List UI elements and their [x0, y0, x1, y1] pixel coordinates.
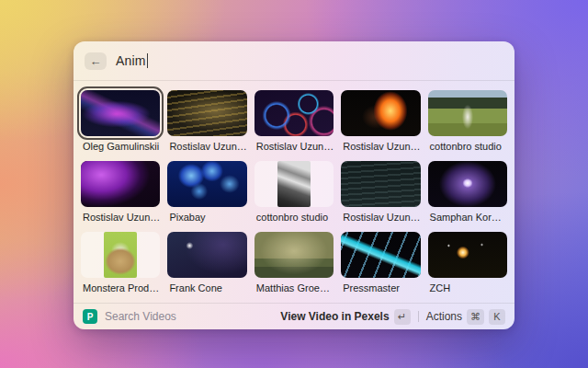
video-result[interactable]: ZCH: [428, 232, 507, 295]
video-author: Rostislav Uzunov: [167, 141, 246, 152]
video-thumbnail: [428, 232, 507, 278]
search-bar: ← Anim: [74, 41, 514, 81]
video-thumbnail: [81, 90, 160, 136]
primary-action-button[interactable]: View Video in Pexels ↵: [280, 309, 410, 325]
video-thumbnail-card: [167, 232, 246, 278]
video-author: Rostislav Uzunov: [254, 141, 334, 152]
video-thumbnail: [167, 161, 246, 207]
back-button[interactable]: ←: [85, 52, 107, 70]
video-thumbnail-card: [428, 90, 507, 136]
video-author: Oleg Gamulinskii: [81, 141, 160, 152]
command-title: Search Videos: [105, 310, 176, 323]
video-thumbnail-card: [341, 232, 420, 278]
video-result[interactable]: Oleg Gamulinskii: [81, 90, 160, 154]
search-query: Anim: [116, 53, 146, 68]
back-arrow-icon: ←: [90, 54, 102, 68]
video-result[interactable]: Samphan Korwong: [428, 161, 507, 224]
video-thumbnail-card: [81, 232, 160, 278]
video-author: Rostislav Uzunov: [341, 141, 420, 152]
video-thumbnail: [167, 232, 246, 278]
video-thumbnail: [341, 90, 420, 136]
video-result[interactable]: Matthias Groeneveld: [254, 232, 334, 295]
video-thumbnail-card: [167, 161, 246, 207]
text-caret: [147, 53, 149, 68]
video-thumbnail: [254, 90, 334, 136]
video-result[interactable]: Rostislav Uzunov: [167, 90, 246, 154]
video-result[interactable]: Pixabay: [167, 161, 246, 224]
video-author: cottonbro studio: [254, 212, 334, 223]
video-result[interactable]: cottonbro studio: [254, 161, 334, 224]
video-results-grid: Oleg Gamulinskii Rostislav Uzunov Rostis…: [74, 81, 514, 303]
actions-menu-button[interactable]: Actions ⌘ K: [426, 309, 505, 325]
video-thumbnail: [428, 161, 507, 207]
video-result[interactable]: Pressmaster: [341, 232, 420, 295]
video-author: Frank Cone: [167, 282, 246, 293]
desktop-background: ← Anim Oleg Gamulinskii Rostislav Uzunov…: [0, 0, 588, 368]
footer-divider: [418, 311, 419, 322]
video-thumbnail: [254, 232, 334, 278]
video-author: Matthias Groeneveld: [254, 282, 334, 293]
video-author: Monstera Production: [81, 282, 160, 293]
video-thumbnail-card: [341, 90, 420, 136]
video-thumbnail-card: [254, 90, 334, 136]
video-result[interactable]: Rostislav Uzunov: [81, 161, 160, 224]
video-result[interactable]: Frank Cone: [167, 232, 246, 295]
video-result[interactable]: Monstera Production: [81, 232, 160, 295]
launcher-window: ← Anim Oleg Gamulinskii Rostislav Uzunov…: [74, 41, 514, 329]
video-thumbnail-card: [341, 161, 420, 207]
video-thumbnail: [341, 161, 420, 207]
video-author: Pixabay: [167, 212, 246, 223]
k-key-icon: K: [489, 309, 505, 325]
return-key-icon: ↵: [394, 309, 411, 325]
video-thumbnail: [277, 161, 311, 207]
video-result[interactable]: Rostislav Uzunov: [341, 161, 420, 224]
search-input[interactable]: Anim: [116, 53, 148, 68]
video-thumbnail-card: [167, 90, 246, 136]
video-thumbnail-card: [81, 90, 160, 136]
video-author: Rostislav Uzunov: [341, 212, 420, 223]
command-key-icon: ⌘: [467, 309, 484, 325]
video-result[interactable]: Rostislav Uzunov: [341, 90, 420, 154]
video-author: Pressmaster: [341, 282, 420, 293]
video-author: Samphan Korwong: [428, 212, 507, 223]
video-thumbnail-card: [428, 161, 507, 207]
video-thumbnail: [428, 90, 507, 136]
action-bar: P Search Videos View Video in Pexels ↵ A…: [74, 303, 514, 329]
video-thumbnail-card: [428, 232, 507, 278]
primary-action-label: View Video in Pexels: [280, 310, 389, 323]
video-thumbnail: [81, 161, 160, 207]
video-thumbnail-card: [254, 232, 334, 278]
video-thumbnail: [104, 232, 137, 278]
video-thumbnail: [341, 232, 420, 278]
video-thumbnail-card: [81, 161, 160, 207]
video-result[interactable]: cottonbro studio: [428, 90, 507, 154]
video-thumbnail: [167, 90, 246, 136]
video-thumbnail-card: [254, 161, 334, 207]
video-author: cottonbro studio: [428, 141, 507, 152]
video-author: Rostislav Uzunov: [81, 212, 160, 223]
pexels-logo-icon: P: [83, 309, 97, 324]
video-author: ZCH: [428, 282, 507, 293]
video-result[interactable]: Rostislav Uzunov: [254, 90, 334, 154]
actions-label: Actions: [426, 310, 462, 323]
